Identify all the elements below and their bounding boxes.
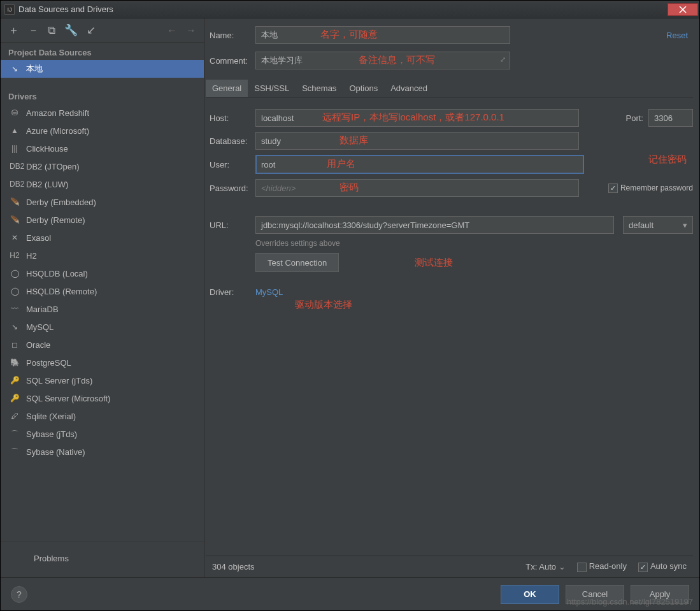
tab-schemas[interactable]: Schemas	[296, 80, 343, 97]
reset-link[interactable]: Reset	[666, 31, 693, 40]
test-connection-button[interactable]: Test Connection	[255, 253, 339, 272]
driver-icon: DB2	[10, 180, 20, 189]
driver-label: Exasol	[26, 233, 51, 243]
app-icon: IJ	[4, 4, 15, 15]
tab-sshssl[interactable]: SSH/SSL	[248, 80, 296, 97]
port-label: Port:	[619, 113, 648, 123]
port-input[interactable]: 3306	[648, 109, 693, 127]
nav-forward[interactable]: →	[186, 25, 196, 36]
driver-item[interactable]: DB2DB2 (JTOpen)	[1, 157, 204, 175]
window-close-button[interactable]	[668, 3, 698, 16]
driver-item[interactable]: DB2DB2 (LUW)	[1, 175, 204, 193]
tab-options[interactable]: Options	[343, 80, 384, 97]
import-button[interactable]: ↙	[87, 24, 96, 37]
driver-label: Azure (Microsoft)	[26, 126, 89, 136]
driver-item[interactable]: ⌒Sybase (jTds)	[1, 425, 204, 443]
tab-general[interactable]: General	[206, 80, 248, 97]
driver-item[interactable]: ▲Azure (Microsoft)	[1, 122, 204, 140]
nav-back[interactable]: ←	[167, 25, 177, 36]
ok-button[interactable]: OK	[501, 585, 559, 604]
overrides-hint: Overrides settings above	[255, 239, 693, 248]
comment-input[interactable]: 本地学习库 ⤢	[255, 52, 510, 69]
driver-icon: ⌒	[10, 447, 20, 457]
driver-item[interactable]: ↘MySQL	[1, 318, 204, 336]
driver-icon: 〰	[10, 305, 20, 313]
driver-label: HSQLDB (Local)	[26, 269, 88, 278]
driver-icon: ↘	[10, 322, 20, 331]
driver-label: MariaDB	[26, 305, 59, 314]
url-mode-select[interactable]: default	[623, 216, 693, 234]
tx-mode[interactable]: Tx: Auto ⌄	[525, 562, 565, 571]
help-button[interactable]: ?	[11, 586, 27, 603]
driver-item[interactable]: ✕Exasol	[1, 229, 204, 247]
driver-label: MySQL	[26, 322, 54, 332]
problems-link[interactable]: Problems	[1, 542, 204, 577]
driver-label: Driver:	[206, 287, 255, 297]
driver-item[interactable]: ◯HSQLDB (Remote)	[1, 282, 204, 300]
url-input[interactable]: jdbc:mysql://localhost:3306/study?server…	[255, 216, 614, 234]
driver-label: Oracle	[26, 340, 50, 350]
driver-label: DB2 (JTOpen)	[26, 162, 80, 171]
driver-item[interactable]: ◯HSQLDB (Local)	[1, 264, 204, 282]
driver-label: PostgreSQL	[26, 358, 71, 368]
settings-button[interactable]: 🔧	[64, 24, 78, 37]
driver-label: Sqlite (Xerial)	[26, 412, 76, 421]
driver-item[interactable]: 🔑SQL Server (jTds)	[1, 371, 204, 389]
copy-button[interactable]: ⧉	[48, 24, 55, 37]
remove-button[interactable]: －	[28, 23, 39, 38]
driver-icon: ◯	[10, 269, 20, 278]
tabs: GeneralSSH/SSLSchemasOptionsAdvanced	[206, 80, 693, 97]
password-input[interactable]: <hidden>	[255, 179, 579, 197]
host-label: Host:	[206, 113, 255, 123]
dialog-footer: ? OK Cancel Apply	[1, 577, 699, 610]
database-input[interactable]: study	[255, 132, 579, 150]
driver-item[interactable]: 🐘PostgreSQL	[1, 354, 204, 371]
driver-item[interactable]: 🪶Derby (Embedded)	[1, 193, 204, 211]
driver-link[interactable]: MySQL	[255, 287, 283, 297]
database-label: Database:	[206, 136, 255, 146]
driver-icon: |||	[10, 144, 20, 153]
driver-icon: ◻	[10, 340, 20, 349]
driver-label: HSQLDB (Remote)	[26, 287, 97, 296]
driver-icon: ✕	[10, 233, 20, 242]
driver-label: ClickHouse	[26, 144, 68, 154]
project-sources-heading: Project Data Sources	[1, 43, 204, 60]
driver-item[interactable]: 🪶Derby (Remote)	[1, 211, 204, 229]
driver-item[interactable]: 🖊Sqlite (Xerial)	[1, 407, 204, 425]
name-input[interactable]: 本地	[255, 26, 510, 44]
driver-item[interactable]: H2H2	[1, 247, 204, 264]
expand-icon[interactable]: ⤢	[500, 55, 506, 64]
tab-advanced[interactable]: Advanced	[384, 80, 434, 97]
objects-count: 304 objects	[212, 562, 514, 571]
user-input[interactable]: root	[255, 155, 584, 174]
readonly-option[interactable]: Read-only	[577, 561, 627, 571]
annot-remember: 记住密码	[648, 154, 687, 166]
main-panel: Name: 本地 名字，可随意 Reset Comment: 本地学习库 ⤢ 备…	[204, 18, 699, 577]
driver-item[interactable]: ⌒Sybase (Native)	[1, 443, 204, 461]
driver-item[interactable]: |||ClickHouse	[1, 140, 204, 157]
name-label: Name:	[206, 31, 255, 40]
driver-icon: H2	[10, 251, 20, 260]
driver-label: SQL Server (Microsoft)	[26, 394, 110, 403]
driver-item[interactable]: ⛁Amazon Redshift	[1, 104, 204, 122]
apply-button[interactable]: Apply	[631, 585, 689, 604]
dialog-window: IJ Data Sources and Drivers ＋ － ⧉ 🔧 ↙ ← …	[0, 0, 700, 611]
driver-icon: ◯	[10, 287, 20, 296]
sidebar: ＋ － ⧉ 🔧 ↙ ← → Project Data Sources ↘ 本地 …	[1, 18, 204, 577]
driver-item[interactable]: 🔑SQL Server (Microsoft)	[1, 389, 204, 407]
host-input[interactable]: localhost	[255, 109, 579, 127]
autosync-option[interactable]: Auto sync	[638, 561, 687, 571]
datasource-item[interactable]: ↘ 本地	[1, 60, 204, 78]
remember-password-checkbox[interactable]	[608, 183, 618, 193]
remember-password-label: Remember password	[620, 183, 693, 192]
driver-label: Sybase (Native)	[26, 447, 85, 457]
driver-icon: ⛁	[10, 108, 20, 117]
comment-label: Comment:	[206, 56, 255, 66]
drivers-list: ⛁Amazon Redshift▲Azure (Microsoft)|||Cli…	[1, 104, 204, 461]
driver-item[interactable]: ◻Oracle	[1, 336, 204, 354]
driver-icon: 🐘	[10, 358, 20, 367]
cancel-button[interactable]: Cancel	[566, 585, 624, 604]
add-button[interactable]: ＋	[8, 23, 19, 38]
driver-item[interactable]: 〰MariaDB	[1, 300, 204, 318]
drivers-heading: Drivers	[1, 87, 204, 104]
